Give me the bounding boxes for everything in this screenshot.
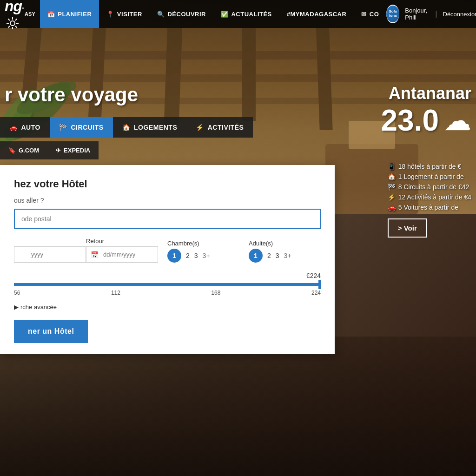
info-hotels: 📱 18 hôtels à partir de € (388, 163, 471, 170)
nav-item-decouvrir[interactable]: 🔍 DÉCOUVRIR (150, 0, 213, 28)
pin-icon: 📍 (106, 11, 114, 18)
adultes-label: Adulte(s) (249, 240, 321, 247)
nav-label-actualites: ACTUALITÉS (231, 11, 271, 18)
svg-line-20 (15, 26, 17, 28)
retour-date-wrap: 📅 (86, 246, 158, 263)
nav-label-contact: CO (370, 11, 379, 18)
svg-line-21 (15, 19, 17, 20)
svg-point-14 (10, 21, 15, 26)
tick-168: 168 (211, 290, 220, 296)
nav-label-mymadagascar: #MYMADAGASCAR (287, 11, 347, 18)
adultes-options: 1 2 3 3+ (249, 249, 321, 263)
nav-item-visiter[interactable]: 📍 VISITER (99, 0, 150, 28)
retour-label: Retour (86, 238, 158, 245)
weather-widget: Antananar 23.0 ☁ (381, 84, 476, 138)
flag-icon: 🏁 (59, 124, 67, 131)
nav-label-decouvrir: DÉCOUVRIR (167, 11, 206, 18)
nav-right: Sofulona Bonjour, Phill | Déconnexion | … (386, 5, 476, 23)
bottom-background (0, 337, 476, 476)
tab-activites[interactable]: ⚡ ACTIVITÉS (186, 117, 253, 138)
weather-temp-row: 23.0 ☁ (381, 103, 471, 138)
hotel-icon: 📱 (388, 163, 396, 170)
gear-icon (6, 16, 20, 30)
sub-tab-bar: 🔖 G.COM ✈ EXPEDIA (0, 141, 99, 159)
logo[interactable]: ng· ASY (5, 0, 35, 30)
voir-button[interactable]: > Voir (388, 218, 427, 238)
user-avatar[interactable]: Sofulona (386, 5, 399, 23)
plane-icon: ✈ (56, 147, 61, 154)
price-slider-track[interactable] (14, 283, 321, 286)
bookmark-icon: 🔖 (8, 147, 16, 154)
hero-title: r votre voyage (0, 84, 138, 106)
weather-city: Antananar (381, 84, 471, 103)
car-icon: 🚗 (9, 124, 18, 131)
adultes-3plus-option[interactable]: 3+ (284, 252, 291, 259)
tab-circuits[interactable]: 🏁 CIRCUITS (50, 117, 113, 138)
price-slider-handle[interactable] (318, 280, 321, 289)
nav-label-planifier: PLANIFIER (58, 11, 92, 18)
date-row: Retour 📅 Chambre(s) 1 2 3 3+ Adulte(s) (14, 238, 321, 263)
check-icon: ✅ (221, 11, 229, 18)
price-range-row: €224 56 112 168 224 (14, 272, 321, 296)
info-activites: ⚡ 12 Activités à partir de €4 (388, 193, 471, 201)
tab-bar: 🚗 AUTO 🏁 CIRCUITS 🏠 LOGEMENTS ⚡ ACTIVITÉ… (0, 117, 253, 138)
nav-item-mymadagascar[interactable]: #MYMADAGASCAR (279, 0, 354, 28)
greeting-text: Bonjour, Phill (405, 7, 430, 21)
adultes-3-option[interactable]: 3 (276, 252, 279, 259)
chambres-1-button[interactable]: 1 (167, 249, 181, 263)
depart-date-col (14, 246, 86, 263)
nav-item-actualites[interactable]: ✅ ACTUALITÉS (213, 0, 279, 28)
bolt-icon: ⚡ (196, 124, 204, 131)
sub-tab-expedia[interactable]: ✈ EXPEDIA (47, 141, 99, 159)
location-input[interactable] (14, 209, 321, 229)
nav-item-planifier[interactable]: 📅 PLANIFIER (40, 0, 99, 28)
adultes-2-option[interactable]: 2 (267, 252, 271, 259)
nav-divider: | (435, 10, 437, 18)
retour-date-col: Retour 📅 (86, 238, 158, 263)
mail-icon: ✉ (361, 11, 367, 18)
tick-224: 224 (311, 290, 321, 296)
nav-links: 📅 PLANIFIER 📍 VISITER 🔍 DÉCOUVRIR ✅ ACTU… (40, 0, 387, 28)
chambres-3plus-option[interactable]: 3+ (203, 252, 210, 259)
chambres-col: Chambre(s) 1 2 3 3+ (158, 240, 239, 263)
search-panel-subtitle: ous aller ? (14, 197, 321, 204)
info-voitures: 🚗 5 Voitures à partir de (388, 204, 471, 211)
nav-label-visiter: VISITER (117, 11, 142, 18)
info-circuits: 🏁 8 Circuits à partir de €42 (388, 183, 471, 191)
search-panel: hez votre Hôtel ous aller ? Retour 📅 Cha… (0, 165, 335, 354)
nav-item-contact[interactable]: ✉ CO (354, 0, 386, 28)
depart-date-wrap (14, 246, 86, 263)
activity-icon: ⚡ (388, 193, 396, 201)
discover-icon: 🔍 (157, 11, 165, 18)
chambres-2-option[interactable]: 2 (186, 252, 190, 259)
sub-tab-booking[interactable]: 🔖 G.COM (0, 141, 47, 159)
circuit-icon: 🏁 (388, 183, 396, 191)
tab-auto[interactable]: 🚗 AUTO (0, 117, 50, 138)
adultes-1-button[interactable]: 1 (249, 249, 263, 263)
adultes-col: Adulte(s) 1 2 3 3+ (239, 240, 321, 263)
logout-button[interactable]: Déconnexion (443, 11, 476, 18)
cloud-icon: ☁ (443, 104, 471, 137)
chambres-label: Chambre(s) (167, 240, 239, 247)
car-info-icon: 🚗 (388, 204, 396, 211)
tab-logements[interactable]: 🏠 LOGEMENTS (113, 117, 187, 138)
logo-text: ng· (5, 0, 24, 30)
chambres-3-option[interactable]: 3 (194, 252, 198, 259)
calendar-input-icon: 📅 (91, 251, 99, 258)
svg-rect-6 (0, 51, 476, 60)
top-navigation: ng· ASY 📅 PLANIFIER (0, 0, 476, 28)
info-panel: 📱 18 hôtels à partir de € 🏠 1 Logement à… (388, 163, 471, 238)
svg-rect-7 (0, 74, 476, 82)
svg-line-22 (8, 26, 10, 28)
weather-temperature: 23.0 (381, 103, 439, 138)
svg-line-19 (8, 19, 10, 20)
advanced-search-link[interactable]: ▶ rche avancée (14, 304, 321, 311)
lodging-icon: 🏠 (388, 173, 396, 180)
price-max-label: €224 (14, 272, 321, 279)
tick-56: 56 (14, 290, 20, 296)
slider-ticks: 56 112 168 224 (14, 290, 321, 296)
user-logo-inner: Sofulona (386, 6, 399, 22)
search-button[interactable]: ner un Hôtel (14, 320, 88, 343)
calendar-icon: 📅 (47, 11, 55, 18)
depart-date-input[interactable] (14, 246, 86, 263)
